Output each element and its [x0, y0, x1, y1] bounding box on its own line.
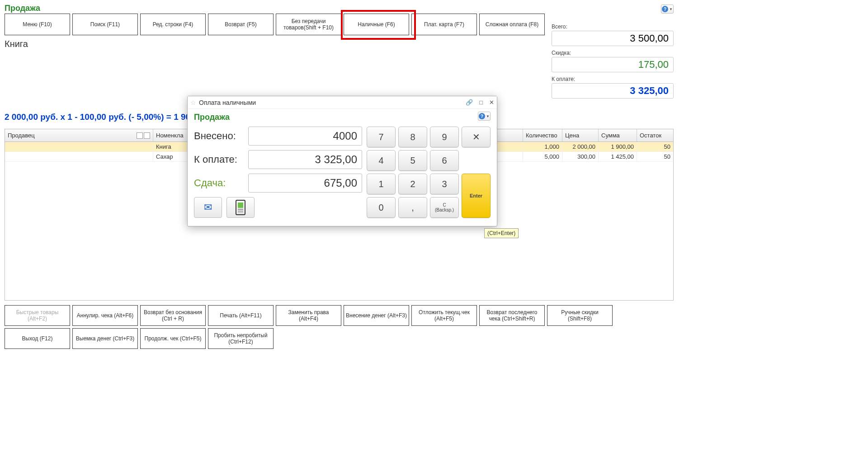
- th-seller[interactable]: Продавец: [5, 129, 153, 141]
- maximize-icon[interactable]: □: [479, 99, 483, 106]
- question-icon: ?: [662, 6, 668, 12]
- change-label: Сдача:: [194, 177, 244, 189]
- th-stock[interactable]: Остаток: [637, 129, 673, 141]
- td-qty: 5,000: [523, 152, 562, 161]
- key-8[interactable]: 8: [398, 127, 427, 147]
- link-icon[interactable]: 🔗: [466, 99, 473, 106]
- paid-input[interactable]: 4000: [248, 127, 362, 146]
- current-item-title: Книга: [5, 39, 28, 49]
- cancel-receipt-button[interactable]: Аннулир. чека (Alt+F6): [72, 305, 138, 326]
- change-value: 675,00: [248, 174, 362, 193]
- line-summary: 2 000,00 руб. x 1 - 100,00 руб. (- 5,00%…: [5, 112, 190, 122]
- th-sum[interactable]: Сумма: [599, 129, 637, 141]
- return-no-basis-button[interactable]: Возврат без основания (Ctrl + R): [140, 305, 206, 326]
- td-sum: 1 900,00: [599, 142, 637, 151]
- key-9[interactable]: 9: [430, 127, 459, 147]
- discount-value: 175,00: [552, 57, 674, 72]
- return-button[interactable]: Возврат (F5): [208, 14, 274, 35]
- exit-button[interactable]: Выход (F12): [5, 328, 70, 349]
- hold-receipt-button[interactable]: Отложить текущ.чек (Alt+F5): [411, 305, 477, 326]
- phone-icon: [236, 200, 245, 215]
- key-enter[interactable]: Enter: [462, 174, 491, 218]
- th-seller-label: Продавец: [8, 132, 35, 139]
- punch-unpunched-button[interactable]: Пробить непробитый (Ctrl+F12): [208, 328, 274, 349]
- key-4[interactable]: 4: [367, 150, 396, 171]
- quick-items-button[interactable]: Быстрые товары (Alt+F2): [5, 305, 70, 326]
- key-2[interactable]: 2: [398, 174, 427, 194]
- key-0[interactable]: 0: [367, 197, 396, 218]
- top-toolbar: Меню (F10) Поиск (F11) Ред. строки (F4) …: [5, 14, 545, 35]
- key-3[interactable]: 3: [430, 174, 459, 194]
- email-button[interactable]: ✉: [194, 197, 222, 218]
- close-icon[interactable]: ✕: [489, 99, 494, 106]
- cash-in-button[interactable]: Внесение денег (Alt+F3): [344, 305, 409, 326]
- key-5[interactable]: 5: [398, 150, 427, 171]
- topay-label: К оплате:: [552, 76, 674, 82]
- help-button[interactable]: ?▼: [661, 5, 674, 14]
- cash-out-button[interactable]: Выемка денег (Ctrl+F3): [72, 328, 138, 349]
- bottom-toolbar: Быстрые товары (Alt+F2) Аннулир. чека (A…: [5, 305, 674, 349]
- discount-label: Скидка:: [552, 50, 674, 56]
- cash-button[interactable]: Наличные (F6): [344, 14, 409, 35]
- td-seller: [5, 152, 153, 161]
- keypad: 7 8 9 ✕ 4 5 6 1 2 3: [367, 127, 491, 218]
- total-label: Всего:: [552, 24, 674, 30]
- dialog-titlebar[interactable]: ☆ Оплата наличными 🔗 □ ✕: [188, 96, 497, 109]
- dlg-topay-value: 3 325,00: [248, 150, 362, 169]
- td-sum: 1 425,00: [599, 152, 637, 161]
- key-backspace[interactable]: C(Backsp.): [430, 197, 459, 218]
- td-qty: 1,000: [523, 142, 562, 151]
- td-seller: [5, 142, 153, 151]
- totals-panel: Всего: 3 500,00 Скидка: 175,00 К оплате:…: [552, 24, 674, 99]
- edit-line-button[interactable]: Ред. строки (F4): [140, 14, 206, 35]
- key-1[interactable]: 1: [367, 174, 396, 194]
- column-icons[interactable]: [137, 132, 150, 139]
- td-stock: 50: [637, 152, 673, 161]
- key-clear-x[interactable]: ✕: [462, 127, 491, 147]
- no-transfer-button[interactable]: Без передачи товаров(Shift + F10): [276, 14, 341, 35]
- dialog-title: Оплата наличными: [199, 99, 466, 106]
- dialog-help-button[interactable]: ?▼: [478, 112, 491, 121]
- topay-value: 3 325,00: [552, 83, 674, 99]
- dlg-topay-label: К оплате:: [194, 154, 244, 165]
- cash-payment-dialog: ☆ Оплата наличными 🔗 □ ✕ Продажа ?▼ Внес…: [187, 96, 497, 226]
- card-button[interactable]: Плат. карта (F7): [411, 14, 477, 35]
- change-rights-button[interactable]: Заменить права (Alt+F4): [276, 305, 341, 326]
- sms-button[interactable]: [226, 197, 255, 218]
- th-qty[interactable]: Количество: [523, 129, 562, 141]
- return-last-receipt-button[interactable]: Возврат последнего чека (Ctrl+Shift+R): [479, 305, 545, 326]
- dialog-subtitle: Продажа: [194, 113, 491, 122]
- td-stock: 50: [637, 142, 673, 151]
- menu-button[interactable]: Меню (F10): [5, 14, 70, 35]
- complex-pay-button[interactable]: Сложная оплата (F8): [479, 14, 545, 35]
- key-comma[interactable]: ,: [398, 197, 427, 218]
- favorite-star-icon[interactable]: ☆: [190, 99, 196, 106]
- manual-discounts-button[interactable]: Ручные скидки (Shift+F8): [547, 305, 613, 326]
- td-price: 2 000,00: [562, 142, 599, 151]
- page-title: Продажа: [5, 4, 40, 13]
- continue-receipt-button[interactable]: Продолж. чек (Ctrl+F5): [140, 328, 206, 349]
- enter-tooltip: (Ctrl+Enter): [484, 228, 519, 238]
- print-button[interactable]: Печать (Alt+F11): [208, 305, 274, 326]
- chevron-down-icon: ▼: [669, 7, 673, 11]
- td-price: 300,00: [562, 152, 599, 161]
- key-6[interactable]: 6: [430, 150, 459, 171]
- paid-label: Внесено:: [194, 130, 244, 142]
- th-price[interactable]: Цена: [562, 129, 599, 141]
- total-value: 3 500,00: [552, 31, 674, 46]
- key-7[interactable]: 7: [367, 127, 396, 147]
- search-button[interactable]: Поиск (F11): [72, 14, 138, 35]
